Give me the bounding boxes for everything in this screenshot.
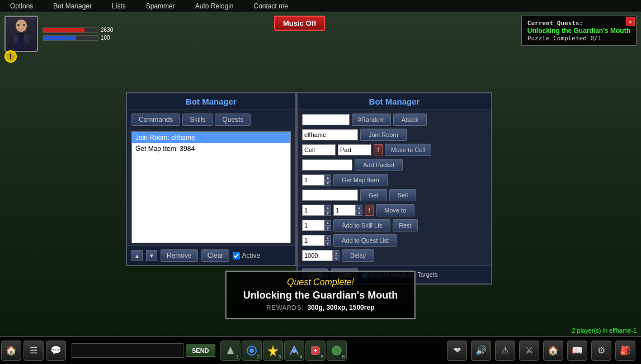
get-button[interactable]: Get xyxy=(360,189,387,201)
house-icon[interactable]: 🏠 xyxy=(543,341,563,361)
skill-slot-6[interactable]: 6 xyxy=(327,341,347,361)
skill-value[interactable] xyxy=(302,220,324,231)
cell-input[interactable] xyxy=(302,144,336,155)
slot-number: 2 xyxy=(257,354,260,360)
skill-slot-2[interactable]: 2 xyxy=(242,341,262,361)
pad-input[interactable] xyxy=(338,144,371,155)
menu-icon[interactable]: ☰ xyxy=(23,341,44,361)
add-packet-button[interactable]: Add Packet xyxy=(355,159,403,171)
delay-button[interactable]: Delay xyxy=(342,249,374,262)
delay-down[interactable]: ▼ xyxy=(333,256,340,261)
remove-button[interactable]: Remove xyxy=(161,249,198,262)
join-room-button[interactable]: Join Room xyxy=(360,129,407,141)
exclamation-button2[interactable]: ! xyxy=(365,205,374,216)
slot-number: 5 xyxy=(321,354,324,360)
send-button[interactable]: SEND xyxy=(186,344,215,357)
alert-btn-icon[interactable]: ⚠ xyxy=(495,341,515,361)
row-move-to: ▲ ▼ ▲ ▼ ! Move to xyxy=(302,204,487,216)
random-button[interactable]: #Random xyxy=(352,114,391,126)
active-checkbox-container: Active xyxy=(233,252,260,259)
slot-number: 6 xyxy=(342,354,345,360)
get-map-item-button[interactable]: Get Map Item xyxy=(333,174,388,186)
menu-contact[interactable]: Contact me xyxy=(244,1,298,11)
exclamation-button[interactable]: ! xyxy=(374,144,383,155)
move-up-button[interactable]: ▲ xyxy=(131,250,143,261)
move-down-button[interactable]: ▼ xyxy=(146,250,157,261)
gear-icon[interactable]: ⚙ xyxy=(591,341,611,361)
menu-spammer[interactable]: Spammer xyxy=(136,1,185,11)
bottom-bar: 🏠 ☰ 💬 SEND 1 2 3 4 5 6 ❤ 🔊 ⚠ ⚔ 🏠 📖 ⚙ 🎒 xyxy=(0,336,641,364)
row-add-packet: Add Packet xyxy=(302,159,487,171)
bot-left-footer: ▲ ▼ Remove Clear Active xyxy=(127,245,295,265)
avatar xyxy=(6,17,36,51)
skill-down[interactable]: ▼ xyxy=(324,225,331,231)
list-item[interactable]: Get Map Item: 3984 xyxy=(132,143,290,154)
clear-button[interactable]: Clear xyxy=(201,249,230,262)
menu-options[interactable]: Options xyxy=(0,1,43,11)
packet-input[interactable] xyxy=(302,159,352,171)
moveto-up1[interactable]: ▲ xyxy=(324,205,331,210)
map-item-arrows: ▲ ▼ xyxy=(324,174,331,186)
moveto-up2[interactable]: ▲ xyxy=(356,205,362,210)
hp-bar-bg xyxy=(43,27,98,33)
map-item-up[interactable]: ▲ xyxy=(324,174,331,180)
skill-up[interactable]: ▲ xyxy=(324,220,331,225)
attack-button[interactable]: Attack xyxy=(393,114,427,126)
rest-button[interactable]: Rest xyxy=(393,219,418,231)
menu-auto-relogin[interactable]: Auto Relogin xyxy=(185,1,244,11)
sound-icon[interactable]: 🔊 xyxy=(471,341,491,361)
hp-bar xyxy=(43,28,84,32)
rewards-label: REWARDS: xyxy=(267,304,304,311)
quest-up[interactable]: ▲ xyxy=(324,235,331,240)
sword-icon[interactable]: ⚔ xyxy=(519,341,539,361)
skill-slot-3[interactable]: 3 xyxy=(263,341,283,361)
active-checkbox-input[interactable] xyxy=(233,252,240,259)
move-to-cell-button[interactable]: Move to Cell xyxy=(385,144,431,156)
add-quest-list-button[interactable]: Add to Quest List xyxy=(333,234,397,247)
alert-icon[interactable]: ! xyxy=(4,50,17,63)
list-item[interactable]: Join Room: elfhame xyxy=(132,132,290,143)
quest-down[interactable]: ▼ xyxy=(324,240,331,246)
quest-value[interactable] xyxy=(302,235,324,246)
moveto-value1[interactable] xyxy=(302,205,324,216)
heart-icon[interactable]: ❤ xyxy=(447,341,467,361)
sell-button[interactable]: Sell xyxy=(389,189,416,201)
add-skill-list-button[interactable]: Add to Skill Lis xyxy=(333,219,390,231)
row-move-cell: ! Move to Cell xyxy=(302,144,487,156)
chat-input[interactable] xyxy=(72,343,183,358)
music-button[interactable]: Music Off xyxy=(274,16,325,31)
moveto-arrows1: ▲ ▼ xyxy=(324,205,331,216)
get-input[interactable] xyxy=(302,190,358,201)
menu-bot-manager[interactable]: Bot Manager xyxy=(43,1,102,11)
move-to-button[interactable]: Move to xyxy=(376,204,414,216)
moveto-down2[interactable]: ▼ xyxy=(356,210,362,216)
mp-bar xyxy=(43,36,76,40)
bag-icon[interactable]: 🎒 xyxy=(615,341,635,361)
skill-slot-4[interactable]: 4 xyxy=(284,341,304,361)
map-item-down[interactable]: ▼ xyxy=(324,180,331,186)
bot-manager-left-panel: Bot Manager Commands Skills Quests Join … xyxy=(126,92,296,266)
row-get-sell: Get Sell xyxy=(302,189,487,201)
moveto-value2[interactable] xyxy=(333,205,356,216)
tab-commands[interactable]: Commands xyxy=(131,114,180,126)
book-icon[interactable]: 📖 xyxy=(567,341,587,361)
row-attack: #Random Attack xyxy=(302,114,487,126)
player-count: 2 player(s) in elfhame-1 xyxy=(572,327,637,334)
chat-icon[interactable]: 💬 xyxy=(46,341,66,361)
row1-input[interactable] xyxy=(302,114,350,125)
map-item-value[interactable] xyxy=(302,174,324,186)
tab-skills[interactable]: Skills xyxy=(182,114,213,126)
delay-up[interactable]: ▲ xyxy=(333,250,340,256)
skill-slot-5[interactable]: 5 xyxy=(305,341,326,361)
home-icon[interactable]: 🏠 xyxy=(1,341,21,361)
mp-row: 100 xyxy=(43,35,120,41)
quest-close-button[interactable]: × xyxy=(626,17,635,26)
tab-quests[interactable]: Quests xyxy=(215,114,251,126)
skill-slot-1[interactable]: 1 xyxy=(220,341,241,361)
room-input[interactable] xyxy=(302,129,358,140)
menu-lists[interactable]: Lists xyxy=(102,1,136,11)
delay-value[interactable] xyxy=(302,250,333,261)
slot-number: 4 xyxy=(300,354,303,360)
delay-arrows: ▲ ▼ xyxy=(333,250,340,261)
moveto-down1[interactable]: ▼ xyxy=(324,210,331,216)
